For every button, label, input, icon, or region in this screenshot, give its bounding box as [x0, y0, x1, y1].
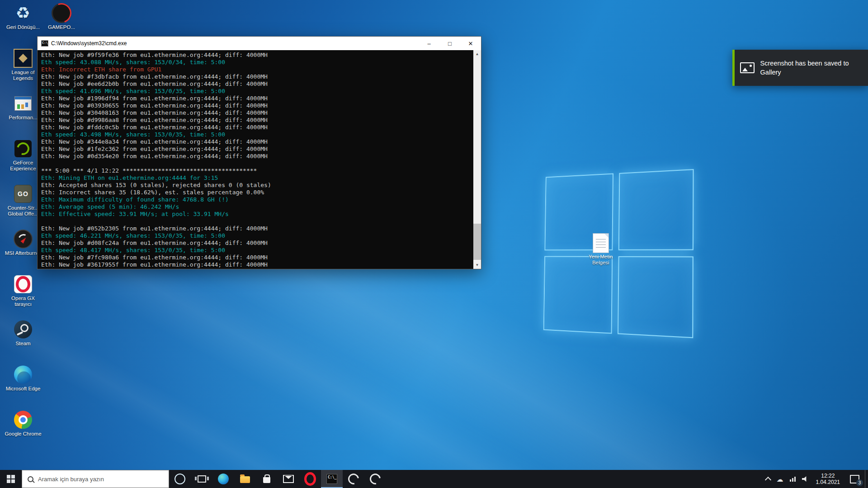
- chrome-icon: [14, 411, 32, 429]
- notification-badge: 3: [856, 479, 863, 486]
- taskbar-edge[interactable]: [212, 470, 234, 488]
- opera-gx-icon: [346, 471, 361, 486]
- network-icon: [790, 477, 796, 482]
- scroll-up-arrow[interactable]: ▲: [473, 50, 481, 58]
- console-line: Eth: New job #9f59fe36 from eu1.ethermin…: [41, 52, 473, 59]
- desktop-icon-gamepower[interactable]: GAMEPO...: [42, 3, 81, 30]
- close-button[interactable]: ✕: [460, 37, 481, 50]
- taskbar-opera[interactable]: [299, 470, 321, 488]
- console-line: Eth speed: 43.498 MH/s, shares: 153/0/35…: [41, 131, 473, 138]
- console-scrollbar[interactable]: ▲ ▼: [473, 50, 481, 269]
- desktop-icon-label: Google Chrome: [5, 431, 41, 437]
- desktop-icon-label: MSI Afterburner: [5, 250, 42, 256]
- volume-tray-button[interactable]: [799, 470, 811, 488]
- console-line: Eth: New job #7fc980a6 from eu1.ethermin…: [41, 254, 473, 261]
- edge-icon: [218, 474, 229, 484]
- console-line: Eth: Incorrect shares 35 (18.62%), est. …: [41, 189, 473, 196]
- maximize-button[interactable]: □: [439, 37, 460, 50]
- minimize-button[interactable]: –: [419, 37, 439, 50]
- search-placeholder: Aramak için buraya yazın: [38, 476, 104, 483]
- microsoft-store-icon: [263, 477, 270, 483]
- desktop-icon-label: Performan...: [9, 115, 37, 121]
- hidden-icons-button[interactable]: [763, 470, 774, 488]
- console-line: Eth: New job #30408163 from eu1.ethermin…: [41, 109, 473, 117]
- taskbar-store[interactable]: [256, 470, 278, 488]
- taskbar-cmd-active[interactable]: C:\_: [321, 470, 343, 488]
- console-line: Eth: Maximum difficulty of found share: …: [41, 196, 473, 203]
- cloud-icon: ☁: [777, 476, 783, 483]
- console-line: Eth: New job #3617955f from eu1.ethermin…: [41, 261, 473, 268]
- opera-gx-icon: [368, 471, 382, 486]
- desktop-icon-steam[interactable]: Steam: [3, 319, 43, 364]
- windows-logo-pane: [618, 169, 693, 250]
- console-line: Eth: New job #ee6d2b0b from eu1.ethermin…: [41, 80, 473, 88]
- console-line: Eth: New job #d9986aa8 from eu1.ethermin…: [41, 117, 473, 124]
- text-document-icon: [593, 233, 609, 253]
- geforce-experience-icon: [14, 140, 32, 157]
- console-line: Eth: New job #344e8a34 from eu1.ethermin…: [41, 138, 473, 145]
- cmd-titlebar[interactable]: C:\_ C:\Windows\system32\cmd.exe – □ ✕: [38, 37, 481, 50]
- desktop-icon-opera-gx[interactable]: Opera GX tarayıcı: [3, 274, 43, 319]
- cmd-window: C:\_ C:\Windows\system32\cmd.exe – □ ✕ E…: [37, 36, 481, 269]
- console-line: Eth: Accepted shares 153 (0 stales), rej…: [41, 182, 473, 189]
- csgo-icon: GO: [14, 185, 32, 203]
- console-output[interactable]: Eth: New job #9f59fe36 from eu1.ethermin…: [38, 50, 473, 269]
- desktop-icon-google-chrome[interactable]: Google Chrome: [3, 409, 43, 455]
- cortana-button[interactable]: [169, 470, 191, 488]
- network-tray-button[interactable]: [787, 470, 799, 488]
- taskbar-opera-gx-1[interactable]: [343, 470, 364, 488]
- scrollbar-thumb[interactable]: [473, 224, 481, 260]
- show-desktop-button[interactable]: [865, 470, 868, 488]
- windows-start-icon: [7, 475, 15, 483]
- task-view-button[interactable]: [191, 470, 212, 488]
- steam-icon: [14, 320, 32, 338]
- opera-gx-icon: [14, 275, 32, 293]
- opera-icon: [304, 472, 316, 486]
- notification-toast[interactable]: Screenshot has been saved to Gallery: [732, 50, 868, 86]
- console-line: Eth: Effective speed: 33.91 MH/s; at poo…: [41, 211, 473, 218]
- taskbar-mail[interactable]: [278, 470, 299, 488]
- league-of-legends-icon: [14, 49, 33, 68]
- chevron-up-icon: [765, 477, 771, 483]
- console-line: Eth: New job #f3dbfacb from eu1.ethermin…: [41, 73, 473, 80]
- cmd-icon: C:\_: [326, 474, 337, 484]
- taskbar: Aramak için buraya yazın C:\_ ☁ 12:22 1.…: [0, 470, 868, 488]
- toast-message: Screenshot has been saved to Gallery: [760, 59, 868, 77]
- console-line: Eth: Average speed (5 min): 46.242 MH/s: [41, 203, 473, 211]
- console-line: Eth: Mining ETH on eu1.ethermine.org:444…: [41, 174, 473, 182]
- taskbar-search-input[interactable]: Aramak için buraya yazın: [22, 470, 169, 488]
- desktop-icon-microsoft-edge[interactable]: Microsoft Edge: [3, 364, 43, 409]
- desktop-icon-label: Steam: [15, 341, 30, 347]
- cortana-icon: [175, 474, 185, 484]
- action-center-button[interactable]: 3: [844, 470, 865, 488]
- scroll-down-arrow[interactable]: ▼: [473, 261, 481, 269]
- onedrive-tray-button[interactable]: ☁: [774, 470, 787, 488]
- console-line: Eth: Incorrect ETH share from GPU1: [41, 66, 473, 73]
- start-button[interactable]: [0, 470, 22, 488]
- console-line: Eth: New job #0d354e20 from eu1.ethermin…: [41, 153, 473, 160]
- task-view-icon: [198, 475, 206, 483]
- windows-logo-pane: [543, 256, 613, 333]
- console-line: Eth: New job #052b2305 from eu1.ethermin…: [41, 225, 473, 232]
- desktop-icon-label: Microsoft Edge: [6, 386, 41, 392]
- taskbar-clock[interactable]: 12:22 1.04.2021: [811, 470, 844, 488]
- performance-app-icon: [14, 96, 32, 111]
- windows-logo: [543, 169, 694, 338]
- desktop-icon-label: Geri Dönüşü...: [6, 24, 40, 30]
- desktop-file-yeni-metin-belgesi[interactable]: Yeni Metin Belgesi: [584, 233, 618, 266]
- console-line: Eth: New job #1996df94 from eu1.ethermin…: [41, 95, 473, 102]
- gamepower-icon: [52, 3, 71, 23]
- taskbar-file-explorer[interactable]: [234, 470, 256, 488]
- console-line: [41, 218, 473, 225]
- console-line: Eth speed: 48.417 MH/s, shares: 153/0/35…: [41, 247, 473, 254]
- console-line: [41, 160, 473, 167]
- msi-afterburner-icon: [14, 230, 33, 249]
- clock-time: 12:22: [821, 473, 835, 479]
- console-line: Eth: New job #03930655 from eu1.ethermin…: [41, 102, 473, 109]
- file-explorer-icon: [240, 476, 250, 483]
- desktop-icon-label: Opera GX tarayıcı: [3, 296, 43, 307]
- taskbar-opera-gx-2[interactable]: [364, 470, 386, 488]
- console-line: Eth speed: 46.221 MH/s, shares: 153/0/35…: [41, 232, 473, 239]
- mail-icon: [283, 475, 294, 483]
- scrollbar-track[interactable]: [473, 58, 481, 261]
